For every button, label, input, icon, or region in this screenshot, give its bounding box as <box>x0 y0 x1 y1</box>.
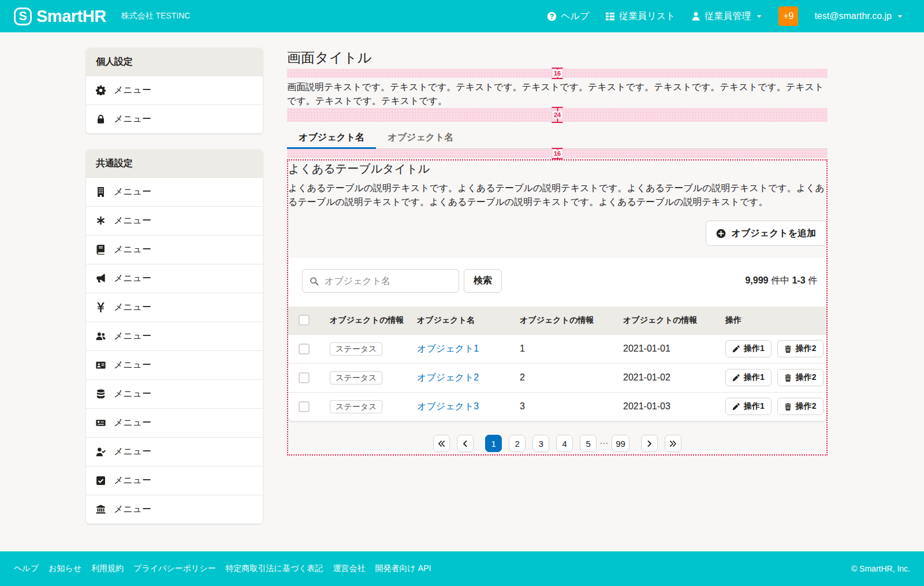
pagination-first-button[interactable] <box>433 435 450 452</box>
object-link[interactable]: オブジェクト1 <box>417 344 479 353</box>
object-info-cell: 3 <box>520 392 623 421</box>
tab-object-2[interactable]: オブジェクト名 <box>376 126 465 149</box>
action1-button[interactable]: 操作1 <box>725 398 772 415</box>
building-icon <box>96 187 106 197</box>
users-icon <box>96 331 106 341</box>
measure-value: 16 <box>553 70 562 77</box>
notification-badge[interactable]: +9 <box>778 6 798 26</box>
action1-button[interactable]: 操作1 <box>725 340 772 357</box>
row-checkbox[interactable] <box>299 372 310 383</box>
main-content: 画面タイトル 16 画面説明テキストです。テキストです。テキストです。テキストで… <box>287 48 828 456</box>
table-row: ステータス オブジェクト1 1 2021-01-01 操作1 <box>288 334 826 363</box>
app-header: SmartHR 株式会社 TESTINC ヘルプ 従業員リスト 従業員管理 +9… <box>0 0 924 32</box>
pagination-page-99[interactable]: 99 <box>612 435 629 452</box>
search-button[interactable]: 検索 <box>464 269 502 293</box>
pencil-icon <box>732 374 740 382</box>
list-icon <box>605 12 615 21</box>
sidebar-item-menu[interactable]: メニュー <box>86 466 263 495</box>
add-object-button[interactable]: オブジェクトを追加 <box>706 221 826 246</box>
chevron-left-icon <box>461 440 469 447</box>
pagination-next-button[interactable] <box>641 435 658 452</box>
sidebar-item-menu[interactable]: メニュー <box>86 379 263 408</box>
column-header: オブジェクトの情報 <box>520 307 623 334</box>
sidebar-item-menu[interactable]: メニュー <box>86 177 263 206</box>
lock-icon <box>96 114 106 124</box>
footer-link-terms[interactable]: 利用規約 <box>91 563 124 574</box>
smarthr-logo-icon <box>14 8 32 25</box>
sidebar-item-label: メニュー <box>114 330 151 342</box>
action2-button[interactable]: 操作2 <box>777 369 824 386</box>
pagination: 1 2 3 4 5 ⋯ 99 <box>288 435 826 452</box>
result-count: 9,999 件中 1-3 件 <box>745 275 817 287</box>
pagination-last-button[interactable] <box>665 435 681 452</box>
smarthr-logo[interactable]: SmartHR <box>14 7 106 26</box>
check-square-icon <box>96 476 106 486</box>
pencil-icon <box>732 345 740 353</box>
help-link[interactable]: ヘルプ <box>547 10 589 23</box>
action2-button[interactable]: 操作2 <box>777 340 824 357</box>
sidebar-item-menu[interactable]: メニュー <box>86 264 263 293</box>
employee-list-link[interactable]: 従業員リスト <box>605 10 675 23</box>
object-info-cell: 2 <box>520 363 623 392</box>
account-menu[interactable]: test@smarthr.co.jp <box>814 11 903 21</box>
yen-icon <box>96 303 106 312</box>
sidebar-item-menu[interactable]: メニュー <box>86 293 263 322</box>
landmark-icon <box>96 505 106 514</box>
sidebar-item-label: メニュー <box>114 417 151 429</box>
sidebar-item-menu[interactable]: メニュー <box>86 104 263 133</box>
add-object-button-label: オブジェクトを追加 <box>731 227 816 240</box>
sidebar-group-title: 個人設定 <box>86 48 263 76</box>
search-box <box>302 269 459 293</box>
sidebar-item-menu[interactable]: メニュー <box>86 350 263 379</box>
footer-link-api[interactable]: 開発者向け API <box>375 563 431 574</box>
pagination-page-5[interactable]: 5 <box>580 435 597 452</box>
search-input[interactable] <box>325 276 452 286</box>
tab-object-1[interactable]: オブジェクト名 <box>287 126 376 149</box>
sidebar-item-menu[interactable]: メニュー <box>86 235 263 264</box>
object-link[interactable]: オブジェクト2 <box>417 372 479 382</box>
sidebar-item-label: メニュー <box>114 186 151 198</box>
footer-link-privacy[interactable]: プライバシーポリシー <box>133 563 216 574</box>
pagination-page-1[interactable]: 1 <box>485 435 502 452</box>
footer-link-news[interactable]: お知らせ <box>49 563 81 574</box>
footer-link-help[interactable]: ヘルプ <box>14 563 39 574</box>
column-header: オブジェクト名 <box>417 307 520 334</box>
select-all-checkbox[interactable] <box>299 315 310 326</box>
table-row: ステータス オブジェクト3 3 2021-01-03 操作1 <box>288 392 826 421</box>
user-check-icon <box>96 447 106 457</box>
sidebar-item-menu[interactable]: メニュー <box>86 437 263 466</box>
pagination-page-4[interactable]: 4 <box>556 435 573 452</box>
status-badge: ステータス <box>330 342 382 356</box>
sidebar-item-label: メニュー <box>114 388 151 400</box>
sidebar-item-menu[interactable]: メニュー <box>86 206 263 235</box>
action1-button[interactable]: 操作1 <box>725 369 772 386</box>
footer-link-commerce[interactable]: 特定商取引法に基づく表記 <box>226 563 323 574</box>
sidebar-item-menu[interactable]: メニュー <box>86 408 263 437</box>
pagination-prev-button[interactable] <box>457 435 474 452</box>
object-link[interactable]: オブジェクト3 <box>417 401 479 411</box>
employee-management-menu[interactable]: 従業員管理 <box>691 10 762 23</box>
sidebar-item-menu[interactable]: メニュー <box>86 322 263 350</box>
sidebar-item-label: メニュー <box>114 446 151 458</box>
footer-link-company[interactable]: 運営会社 <box>333 563 366 574</box>
object-table-section: よくあるテーブルタイトル よくあるテーブルの説明テキストです。よくあるテーブルの… <box>287 159 828 456</box>
pagination-page-3[interactable]: 3 <box>532 435 549 452</box>
page-description: 画面説明テキストです。テキストです。テキストです。テキストです。テキストです。テ… <box>287 80 828 108</box>
object-date-cell: 2021-01-01 <box>623 334 725 363</box>
chevron-down-icon <box>756 13 762 20</box>
sidebar-item-label: メニュー <box>114 215 151 227</box>
measure-value: 24 <box>553 111 562 119</box>
object-table: オブジェクトの情報 オブジェクト名 オブジェクトの情報 オブジェクトの情報 操作… <box>288 307 826 421</box>
sidebar-item-menu[interactable]: メニュー <box>86 495 263 524</box>
row-checkbox[interactable] <box>299 401 310 412</box>
pagination-page-2[interactable]: 2 <box>509 435 526 452</box>
user-icon <box>691 12 701 21</box>
sidebar-group-common: 共通設定 メニュー メニュー メニュー メニュー メニュー <box>86 150 263 524</box>
action2-button[interactable]: 操作2 <box>777 398 824 415</box>
table-header-row: オブジェクトの情報 オブジェクト名 オブジェクトの情報 オブジェクトの情報 操作 <box>288 307 826 334</box>
chevron-down-icon <box>897 13 903 20</box>
employee-management-label: 従業員管理 <box>705 10 751 23</box>
sidebar-item-menu[interactable]: メニュー <box>86 76 263 104</box>
sidebar-item-label: メニュー <box>114 301 151 313</box>
row-checkbox[interactable] <box>299 344 310 354</box>
